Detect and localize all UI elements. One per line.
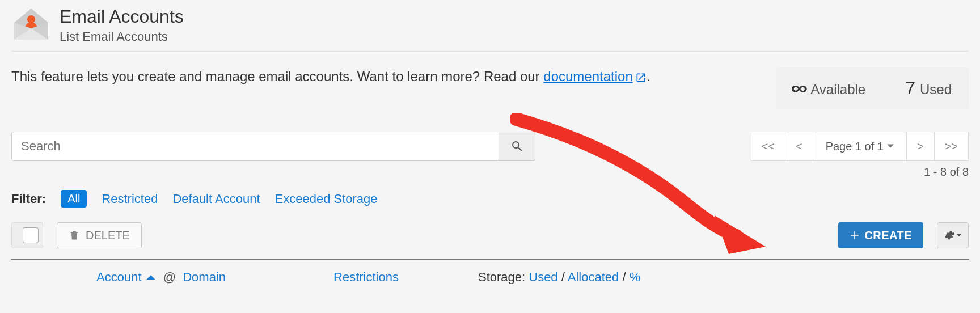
infinity-icon: ∞ — [791, 78, 808, 99]
at-symbol: @ — [163, 270, 176, 284]
select-all-checkbox[interactable] — [23, 227, 39, 243]
page-next-button[interactable]: > — [907, 132, 935, 161]
stat-used: 7 Used — [905, 78, 952, 99]
gear-icon — [944, 230, 955, 241]
filter-exceeded-storage[interactable]: Exceeded Storage — [275, 192, 378, 206]
page-title: Email Accounts — [60, 7, 184, 27]
column-headers: Account @ Domain Restrictions Storage: U… — [11, 260, 969, 289]
delete-button[interactable]: DELETE — [57, 222, 142, 248]
filter-restricted[interactable]: Restricted — [102, 192, 158, 206]
stat-available-label: Available — [810, 82, 865, 98]
search-icon — [510, 139, 524, 153]
filter-all[interactable]: All — [61, 190, 87, 208]
page-indicator[interactable]: Page 1 of 1 — [813, 132, 907, 161]
sort-account[interactable]: Account — [96, 270, 142, 284]
filter-row: Filter: All Restricted Default Account E… — [11, 190, 969, 208]
result-range: 1 - 8 of 8 — [11, 166, 969, 179]
column-storage: Storage: Used / Allocated / % — [478, 270, 640, 285]
documentation-link[interactable]: documentation — [543, 69, 646, 84]
sort-restrictions[interactable]: Restrictions — [333, 270, 399, 284]
caret-down-icon — [887, 143, 894, 150]
action-row: DELETE CREATE — [11, 222, 969, 260]
sort-used[interactable]: Used — [529, 270, 557, 284]
sort-allocated[interactable]: Allocated — [568, 270, 619, 284]
sort-asc-icon — [146, 273, 155, 282]
stat-available: ∞ Available — [793, 78, 865, 99]
stats-panel: ∞ Available 7 Used — [776, 67, 969, 109]
page-header: Email Accounts List Email Accounts — [11, 0, 969, 52]
select-all-wrapper[interactable] — [11, 222, 43, 248]
stat-used-label: Used — [920, 82, 952, 98]
pagination: << < Page 1 of 1 > >> — [751, 132, 969, 161]
settings-button[interactable] — [937, 222, 969, 248]
page-subtitle: List Email Accounts — [60, 29, 184, 44]
search-input[interactable] — [11, 132, 499, 161]
external-link-icon — [635, 72, 647, 83]
column-account: Account @ Domain — [96, 270, 226, 285]
email-accounts-icon — [11, 6, 51, 45]
filter-label: Filter: — [11, 192, 46, 206]
intro-text: This feature lets you create and manage … — [11, 67, 753, 85]
filter-default-account[interactable]: Default Account — [172, 192, 260, 206]
column-restrictions: Restrictions — [333, 270, 399, 285]
sort-percent[interactable]: % — [630, 270, 641, 284]
stat-used-value: 7 — [905, 78, 915, 99]
storage-label: Storage: — [478, 270, 525, 284]
plus-icon — [850, 230, 860, 240]
page-last-button[interactable]: >> — [935, 132, 969, 161]
caret-down-icon — [956, 232, 962, 238]
intro-text-before: This feature lets you create and manage … — [11, 69, 543, 84]
trash-icon — [69, 230, 80, 241]
svg-point-2 — [27, 15, 35, 23]
intro-text-after: . — [647, 69, 650, 84]
search-button[interactable] — [499, 132, 535, 161]
create-button[interactable]: CREATE — [838, 222, 923, 248]
sort-domain[interactable]: Domain — [183, 270, 226, 284]
page-first-button[interactable]: << — [751, 132, 785, 161]
page-prev-button[interactable]: < — [785, 132, 813, 161]
